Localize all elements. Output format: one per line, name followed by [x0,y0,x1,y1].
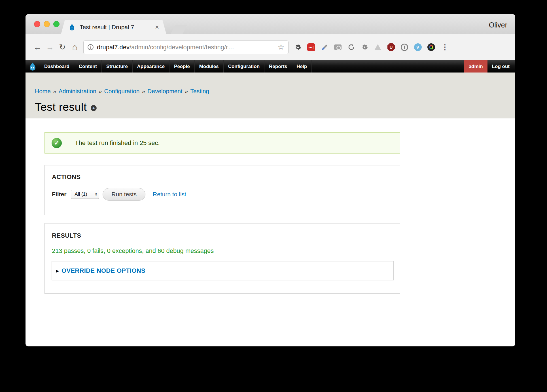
url-text[interactable]: drupal7.dev/admin/config/development/tes… [97,44,275,51]
tab-close-icon[interactable]: × [155,24,159,31]
collapsed-arrow-icon: ▶ [56,269,59,273]
toolbar-item-appearance[interactable]: Appearance [133,60,169,73]
main-content: ✓ The test run finished in 25 sec. ACTIO… [26,118,515,294]
zoom-window-button[interactable] [53,21,60,27]
collapsed-fieldset[interactable]: ▶ OVERRIDE NODE OPTIONS [52,261,394,280]
home-icon[interactable]: ⌂ [69,42,81,52]
return-to-list-link[interactable]: Return to list [153,191,186,198]
filter-select[interactable]: All (1) ▲ ▼ [71,190,99,199]
lens-icon[interactable] [426,42,436,52]
status-message: ✓ The test run finished in 25 sec. [44,132,400,154]
screwdriver-icon[interactable] [320,42,329,52]
url-host: drupal7.dev [97,44,130,51]
tab-strip: Test result | Drupal 7 × Oliver [26,14,515,34]
breadcrumb-home[interactable]: Home [35,88,51,94]
vimium-icon[interactable]: V [413,42,423,52]
results-legend: RESULTS [52,232,400,239]
camera-icon[interactable] [333,42,343,52]
filter-select-value: All (1) [75,191,95,197]
gear-extension-icon[interactable] [293,42,303,52]
new-tab-button[interactable] [171,25,187,34]
filter-label: Filter [52,191,66,198]
forward-icon: → [44,43,56,52]
breadcrumb-separator: » [53,88,56,94]
toolbar-item-reports[interactable]: Reports [264,60,292,73]
browser-window: Test result | Drupal 7 × Oliver ← → ↻ ⌂ … [26,14,515,346]
results-summary: 213 passes, 0 fails, 0 exceptions, and 6… [52,247,400,255]
page-header: Home»Administration»Configuration»Develo… [26,73,515,118]
extensions-row: •••| U V ⋮ [293,42,449,52]
reload-icon[interactable]: ↻ [56,42,69,52]
toolbar-item-structure[interactable]: Structure [102,60,133,73]
breadcrumb-testing[interactable]: Testing [190,88,209,94]
page-title: Test result [35,101,87,113]
toolbar-item-dashboard[interactable]: Dashboard [40,60,74,73]
breadcrumb: Home»Administration»Configuration»Develo… [35,88,515,95]
toolbar-user-admin[interactable]: admin [464,60,487,73]
toolbar-item-content[interactable]: Content [74,60,102,73]
breadcrumb-separator: » [99,88,102,94]
toolbar-item-modules[interactable]: Modules [195,60,224,73]
ublock-icon[interactable]: U [386,42,396,52]
add-shortcut-icon[interactable]: + [91,105,97,111]
drupal-logo-icon[interactable] [26,60,40,73]
window-controls [34,21,60,27]
success-check-icon: ✓ [52,138,62,148]
browser-toolbar: ← → ↻ ⌂ i drupal7.dev/admin/config/devel… [26,34,515,60]
breadcrumb-development[interactable]: Development [147,88,183,94]
run-tests-button[interactable]: Run tests [103,188,145,201]
active-tab[interactable]: Test result | Drupal 7 × [61,20,166,34]
tampermonkey-gear-icon[interactable] [360,42,369,52]
actions-fieldset: ACTIONS Filter All (1) ▲ ▼ Run tests Ret… [44,165,400,215]
results-fieldset: RESULTS 213 passes, 0 fails, 0 exception… [44,223,400,294]
toolbar-item-configuration[interactable]: Configuration [224,60,264,73]
breadcrumb-configuration[interactable]: Configuration [104,88,139,94]
address-bar[interactable]: i drupal7.dev/admin/config/development/t… [83,41,289,54]
breadcrumb-separator: » [142,88,145,94]
minimize-window-button[interactable] [44,21,50,27]
url-path: /admin/config/development/testing/r… [130,44,234,51]
status-message-text: The test run finished in 25 sec. [75,139,160,147]
tab-title: Test result | Drupal 7 [80,24,151,31]
lastpass-icon[interactable]: •••| [306,42,316,52]
toolbar-logout[interactable]: Log out [487,60,515,73]
bookmark-star-icon[interactable]: ☆ [278,43,284,52]
override-node-options-link[interactable]: OVERRIDE NODE OPTIONS [62,267,145,274]
select-stepper-icon: ▲ ▼ [95,192,97,196]
breadcrumb-separator: » [185,88,188,94]
breadcrumb-administration[interactable]: Administration [59,88,96,94]
keyhole-icon[interactable] [400,42,409,52]
browser-profile-name[interactable]: Oliver [489,21,507,29]
toolbar-spacer [312,60,464,73]
page-info-icon[interactable]: i [88,44,94,50]
actions-legend: ACTIONS [52,173,400,181]
drive-triangle-icon[interactable] [373,42,383,52]
toolbar-item-people[interactable]: People [169,60,195,73]
drupal-admin-toolbar: Dashboard Content Structure Appearance P… [26,60,515,73]
close-window-button[interactable] [34,21,40,27]
sync-arrows-icon[interactable] [346,42,356,52]
browser-menu-icon[interactable]: ⋮ [441,43,449,52]
back-icon[interactable]: ← [31,43,44,52]
toolbar-item-help[interactable]: Help [292,60,312,73]
drupal-favicon-icon [68,24,76,31]
